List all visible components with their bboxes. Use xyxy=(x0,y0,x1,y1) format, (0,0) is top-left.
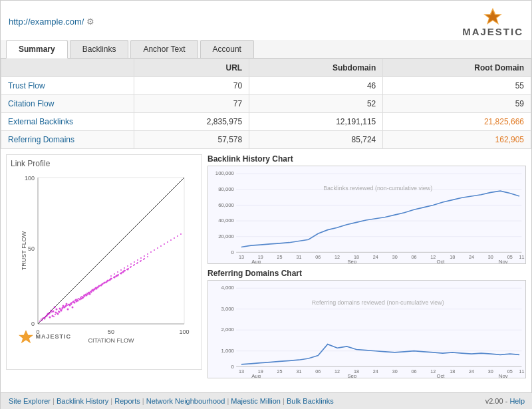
svg-text:Backlinks reviewed (non-cumula: Backlinks reviewed (non-cumulative view) xyxy=(323,185,432,192)
svg-point-74 xyxy=(41,320,43,321)
stats-tbody: Trust Flow 70 46 55 Citation Flow 77 52 … xyxy=(1,77,531,149)
svg-text:31: 31 xyxy=(296,254,301,260)
referring-chart-section: Referring Domains Chart 4,000 3,000 2,00… xyxy=(207,269,526,379)
col-header-subdomain: Subdomain xyxy=(249,59,383,77)
svg-point-87 xyxy=(94,288,96,289)
svg-text:12: 12 xyxy=(430,254,436,260)
svg-point-97 xyxy=(128,268,129,269)
svg-point-106 xyxy=(60,309,61,311)
svg-text:30: 30 xyxy=(392,369,398,375)
svg-point-88 xyxy=(98,286,99,287)
version-text: v2.00 xyxy=(485,397,503,405)
svg-text:12: 12 xyxy=(430,369,436,375)
col-header-root-domain: Root Domain xyxy=(383,59,531,77)
footer-link-site-explorer[interactable]: Site Explorer xyxy=(9,397,51,405)
footer-link-majestic-million[interactable]: Majestic Million xyxy=(231,397,281,405)
referring-chart-title: Referring Domains Chart xyxy=(207,269,526,278)
svg-point-96 xyxy=(124,270,126,271)
svg-text:CITATION FLOW: CITATION FLOW xyxy=(88,337,134,344)
row-rootdomain-citation-flow: 59 xyxy=(383,95,531,113)
svg-point-164 xyxy=(180,233,182,235)
svg-point-77 xyxy=(61,309,63,310)
svg-point-83 xyxy=(81,296,82,297)
svg-text:06: 06 xyxy=(315,369,321,375)
svg-text:13: 13 xyxy=(239,254,244,260)
svg-text:100: 100 xyxy=(179,329,189,335)
svg-point-152 xyxy=(140,257,142,259)
gear-icon[interactable]: ⚙ xyxy=(86,17,94,27)
svg-point-114 xyxy=(86,293,88,294)
referring-chart-svg: 4,000 3,000 2,000 1,000 0 13 19 25 31 xyxy=(208,281,525,378)
svg-point-132 xyxy=(41,319,42,320)
svg-text:Aug: Aug xyxy=(251,373,261,378)
footer-link-backlink-history[interactable]: Backlink History xyxy=(57,397,108,405)
footer-links: Site Explorer | Backlink History | Repor… xyxy=(9,397,334,405)
svg-point-145 xyxy=(117,271,118,273)
svg-text:1,000: 1,000 xyxy=(221,348,234,354)
row-rootdomain-referring-domains: 162,905 xyxy=(383,131,531,149)
svg-point-122 xyxy=(113,277,114,278)
svg-point-125 xyxy=(123,271,124,272)
svg-point-118 xyxy=(100,285,101,286)
svg-point-92 xyxy=(111,278,112,279)
footer: Site Explorer | Backlink History | Repor… xyxy=(1,392,532,409)
svg-point-75 xyxy=(55,314,56,315)
svg-text:Referring domains reviewed (no: Referring domains reviewed (non-cumulati… xyxy=(312,299,444,306)
tab-summary[interactable]: Summary xyxy=(6,40,68,59)
svg-text:24: 24 xyxy=(469,254,474,260)
svg-point-158 xyxy=(160,245,162,247)
tab-account[interactable]: Account xyxy=(200,40,254,58)
tabs: Summary Backlinks Anchor Text Account xyxy=(1,40,531,59)
svg-point-161 xyxy=(170,239,172,241)
logo-text: MAJESTIC xyxy=(462,26,523,37)
svg-text:40,000: 40,000 xyxy=(218,217,234,223)
svg-point-113 xyxy=(83,295,84,296)
svg-point-126 xyxy=(126,269,128,270)
svg-text:24: 24 xyxy=(373,369,378,375)
svg-text:2,000: 2,000 xyxy=(221,327,234,333)
svg-point-147 xyxy=(124,267,125,269)
table-row: Referring Domains 57,578 85,724 162,905 xyxy=(1,131,531,149)
svg-text:12: 12 xyxy=(334,254,340,260)
backlink-chart-section: Backlink History Chart 100,000 80,000 60… xyxy=(207,154,526,265)
footer-link-network[interactable]: Network Neighbourhood xyxy=(146,397,225,405)
backlink-chart-container: 100,000 80,000 60,000 40,000 20,000 0 13… xyxy=(207,166,526,264)
svg-point-144 xyxy=(114,273,115,275)
svg-point-124 xyxy=(120,273,121,274)
svg-point-86 xyxy=(91,290,92,291)
svg-text:24: 24 xyxy=(373,254,378,260)
footer-help-link[interactable]: Help xyxy=(509,397,525,405)
svg-point-119 xyxy=(103,283,104,284)
svg-point-153 xyxy=(144,255,145,257)
svg-text:60,000: 60,000 xyxy=(218,202,234,208)
svg-text:100: 100 xyxy=(24,175,34,182)
charts-area: Backlink History Chart 100,000 80,000 60… xyxy=(207,154,526,370)
svg-point-21 xyxy=(66,309,68,311)
svg-point-148 xyxy=(127,265,128,267)
svg-point-127 xyxy=(130,267,131,268)
svg-point-84 xyxy=(84,294,86,295)
svg-text:0: 0 xyxy=(31,321,34,327)
footer-link-reports[interactable]: Reports xyxy=(114,397,140,405)
svg-point-146 xyxy=(120,269,122,271)
svg-point-78 xyxy=(65,306,66,307)
svg-point-151 xyxy=(137,259,138,261)
svg-text:Nov: Nov xyxy=(499,373,508,378)
scatter-plot: 0 50 100 0 50 100 xyxy=(18,171,191,344)
row-rootdomain-trust-flow: 55 xyxy=(383,77,531,95)
tab-backlinks[interactable]: Backlinks xyxy=(70,40,129,58)
tab-anchor-text[interactable]: Anchor Text xyxy=(130,40,198,58)
row-subdomain-referring-domains: 85,724 xyxy=(249,131,383,149)
table-header-row: URL Subdomain Root Domain xyxy=(1,59,531,77)
svg-point-90 xyxy=(104,282,106,283)
svg-text:Oct: Oct xyxy=(436,373,445,378)
stats-table: URL Subdomain Root Domain Trust Flow 70 … xyxy=(1,59,531,149)
site-url-link[interactable]: http://example.com/ xyxy=(9,17,86,27)
site-url: http://example.com/ ⚙ xyxy=(9,17,94,27)
row-subdomain-citation-flow: 52 xyxy=(249,95,383,113)
svg-point-93 xyxy=(114,276,116,277)
table-row: External Backlinks 2,835,975 12,191,115 … xyxy=(1,113,531,131)
svg-point-138 xyxy=(48,314,49,315)
link-profile-title: Link Profile xyxy=(11,159,198,168)
footer-link-bulk-backlinks[interactable]: Bulk Backlinks xyxy=(287,397,334,405)
